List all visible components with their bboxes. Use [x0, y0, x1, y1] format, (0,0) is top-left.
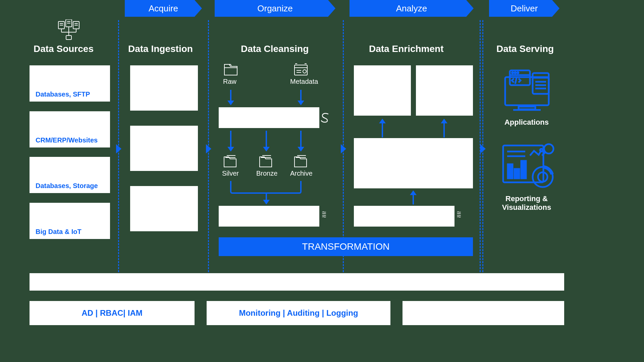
svg-rect-28	[533, 73, 549, 94]
arrow-up-icon	[413, 191, 414, 204]
database-cluster-icon	[57, 19, 80, 40]
label-bronze: Bronze	[256, 170, 277, 177]
ingestion-box-1	[130, 65, 198, 111]
label-reporting: Reporting & Visualizations	[493, 194, 560, 212]
stage-deliver: Deliver	[489, 0, 559, 17]
cleansing-bottom-box	[219, 206, 319, 227]
label-raw: Raw	[223, 78, 236, 85]
enrichment-box-tr	[416, 65, 473, 116]
svg-point-27	[517, 72, 519, 73]
stage-acquire: Acquire	[125, 0, 202, 17]
applications-icon	[498, 67, 555, 114]
folder-icon	[223, 63, 238, 76]
footer-security: AD | RBAC| IAM	[30, 301, 195, 325]
waves-icon: ≈≈	[322, 211, 326, 218]
waves-icon: ≈≈	[189, 219, 193, 225]
bottom-bar	[30, 273, 564, 291]
folder-stack-icon	[258, 154, 274, 168]
label-applications: Applications	[493, 118, 560, 127]
metadata-icon	[292, 62, 309, 77]
enrichment-box-tl	[354, 65, 411, 116]
source-db-sftp: Databases, SFTP	[30, 65, 110, 102]
arrow-down-icon	[300, 131, 302, 151]
svg-rect-14	[66, 36, 71, 40]
flow-arrow-icon	[206, 144, 211, 154]
svg-rect-21	[519, 107, 535, 109]
svg-rect-38	[515, 169, 519, 178]
arrow-down-icon	[300, 90, 302, 105]
arrow-down-icon	[266, 194, 267, 204]
svg-point-26	[515, 72, 516, 73]
svg-rect-39	[521, 161, 526, 178]
title-cleansing: Data Cleansing	[241, 44, 309, 54]
footer-empty	[402, 301, 564, 325]
title-sources: Data Sources	[34, 44, 94, 54]
reporting-icon	[498, 141, 555, 191]
folder-stack-icon	[292, 154, 309, 168]
svg-point-42	[544, 144, 553, 154]
transformation-bar: TRANSFORMATION	[219, 237, 473, 256]
stage-analyze: Analyze	[350, 0, 474, 17]
svg-point-19	[303, 70, 306, 73]
cleansing-middle-box	[219, 107, 319, 128]
flow-arrow-icon	[341, 144, 346, 154]
arrow-down-icon	[230, 90, 231, 105]
enrichment-box-mid	[354, 138, 473, 188]
arrow-down-icon	[266, 131, 267, 151]
folder-stack-icon	[222, 154, 238, 168]
title-ingestion: Data Ingestion	[128, 44, 193, 54]
waves-icon: ≈≈	[457, 211, 461, 218]
label-archive: Archive	[290, 170, 313, 177]
flow-arrow-icon	[116, 144, 121, 154]
enrichment-box-bottom	[354, 206, 454, 227]
ingestion-box-3	[130, 186, 198, 231]
source-crm-erp: CRM/ERP/Websites	[30, 111, 110, 147]
flow-arrow-icon	[480, 144, 486, 154]
title-serving: Data Serving	[496, 44, 554, 54]
arrow-down-icon	[230, 131, 231, 151]
footer-monitoring: Monitoring | Auditing | Logging	[207, 301, 390, 325]
label-silver: Silver	[222, 170, 239, 177]
stage-organize: Organize	[215, 0, 335, 17]
s-icon	[320, 112, 330, 123]
label-metadata: Metadata	[290, 78, 318, 85]
title-enrichment: Data Enrichment	[369, 44, 444, 54]
source-db-storage: Databases, Storage	[30, 157, 110, 193]
arrow-up-icon	[382, 119, 383, 137]
svg-point-25	[512, 72, 513, 73]
arrow-up-icon	[443, 119, 445, 137]
source-bigdata-iot: Big Data & IoT	[30, 203, 110, 239]
ingestion-box-2	[130, 126, 198, 171]
svg-rect-37	[508, 164, 513, 178]
